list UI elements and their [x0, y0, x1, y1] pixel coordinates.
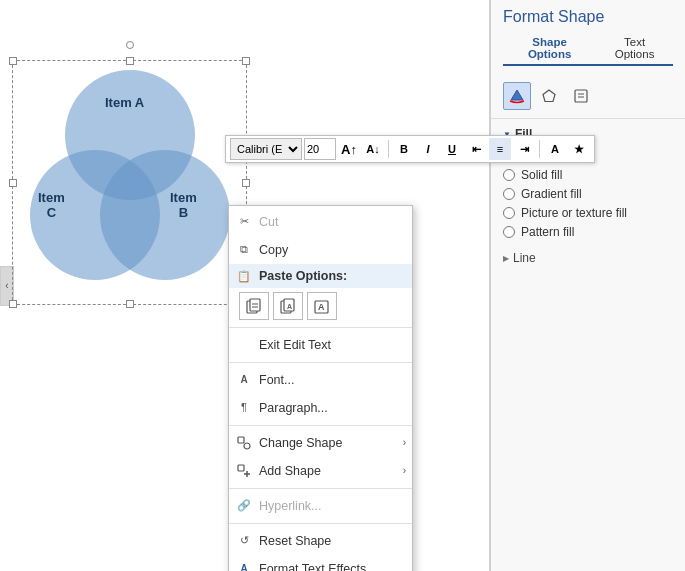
- separator-2: [539, 140, 540, 158]
- font-label: Font...: [259, 370, 294, 390]
- paste-btn-3[interactable]: A: [307, 292, 337, 320]
- bold-button[interactable]: B: [393, 138, 415, 160]
- venn-diagram: Item A Item B Item C: [20, 70, 240, 290]
- change-shape-arrow: ›: [403, 435, 406, 451]
- shrink-font-button[interactable]: A↓: [362, 138, 384, 160]
- picture-texture-fill-option[interactable]: Picture or texture fill: [503, 206, 673, 220]
- effects-icon-btn[interactable]: [535, 82, 563, 110]
- handle-top-mid[interactable]: [126, 57, 134, 65]
- canvas-area: ‹ Item A Item B Item C Calibri (E A↑ A↓ …: [0, 0, 490, 571]
- separator-1: [388, 140, 389, 158]
- separator-after-paste: [229, 327, 412, 328]
- line-section-title[interactable]: ▶ Line: [503, 251, 673, 265]
- separator-after-exit: [229, 362, 412, 363]
- paragraph-icon: ¶: [235, 399, 253, 417]
- svg-marker-18: [543, 90, 555, 102]
- svg-rect-19: [575, 90, 587, 102]
- handle-bot-mid[interactable]: [126, 300, 134, 308]
- tab-text-options[interactable]: Text Options: [596, 32, 673, 66]
- svg-rect-11: [238, 465, 244, 471]
- menu-item-reset-shape[interactable]: ↺ Reset Shape: [229, 527, 412, 555]
- picture-texture-fill-radio[interactable]: [503, 207, 515, 219]
- handle-mid-right[interactable]: [242, 179, 250, 187]
- menu-item-hyperlink[interactable]: 🔗 Hyperlink...: [229, 492, 412, 520]
- separator-before-hyperlink: [229, 488, 412, 489]
- change-shape-label: Change Shape: [259, 433, 342, 453]
- grow-font-button[interactable]: A↑: [338, 138, 360, 160]
- circle-c[interactable]: [30, 150, 160, 280]
- hyperlink-icon: 🔗: [235, 497, 253, 515]
- separator-before-shape: [229, 425, 412, 426]
- menu-item-change-shape[interactable]: Change Shape ›: [229, 429, 412, 457]
- italic-button[interactable]: I: [417, 138, 439, 160]
- line-label: Line: [513, 251, 536, 265]
- align-right-button[interactable]: ⇥: [513, 138, 535, 160]
- panel-header: Format Shape Shape Options Text Options: [491, 0, 685, 78]
- cut-label: Cut: [259, 212, 278, 232]
- svg-text:A: A: [287, 303, 292, 310]
- panel-title: Format Shape: [503, 8, 673, 26]
- pattern-fill-option[interactable]: Pattern fill: [503, 225, 673, 239]
- svg-point-10: [244, 443, 250, 449]
- gradient-fill-option[interactable]: Gradient fill: [503, 187, 673, 201]
- add-shape-label: Add Shape: [259, 461, 321, 481]
- panel-icon-row: [491, 78, 685, 119]
- reset-shape-icon: ↺: [235, 532, 253, 550]
- handle-mid-left[interactable]: [9, 179, 17, 187]
- handle-bot-left[interactable]: [9, 300, 17, 308]
- gradient-fill-label: Gradient fill: [521, 187, 582, 201]
- solid-fill-option[interactable]: Solid fill: [503, 168, 673, 182]
- font-select[interactable]: Calibri (E: [230, 138, 302, 160]
- floating-toolbar: Calibri (E A↑ A↓ B I U ⇤ ≡ ⇥ A ★: [225, 135, 595, 163]
- menu-item-font[interactable]: A Font...: [229, 366, 412, 394]
- handle-top-left[interactable]: [9, 57, 17, 65]
- copy-icon: ⧉: [235, 241, 253, 259]
- solid-fill-radio[interactable]: [503, 169, 515, 181]
- paste-btn-1[interactable]: [239, 292, 269, 320]
- paste-options-row: A A: [229, 288, 412, 324]
- format-text-effects-label: Format Text Effects...: [259, 559, 377, 571]
- solid-fill-label: Solid fill: [521, 168, 562, 182]
- menu-item-paragraph[interactable]: ¶ Paragraph...: [229, 394, 412, 422]
- menu-item-copy[interactable]: ⧉ Copy: [229, 236, 412, 264]
- hyperlink-label: Hyperlink...: [259, 496, 322, 516]
- gradient-fill-radio[interactable]: [503, 188, 515, 200]
- menu-item-exit-edit[interactable]: Exit Edit Text: [229, 331, 412, 359]
- align-center-button[interactable]: ≡: [489, 138, 511, 160]
- align-left-button[interactable]: ⇤: [465, 138, 487, 160]
- size-props-icon-btn[interactable]: [567, 82, 595, 110]
- reset-shape-label: Reset Shape: [259, 531, 331, 551]
- menu-item-format-text-effects[interactable]: A Format Text Effects...: [229, 555, 412, 571]
- format-painter-button[interactable]: ★: [568, 138, 590, 160]
- separator-before-reset: [229, 523, 412, 524]
- underline-button[interactable]: U: [441, 138, 463, 160]
- panel-body: ▼ Fill No fill Solid fill Gradient fill …: [491, 119, 685, 571]
- panel-tabs: Shape Options Text Options: [503, 32, 673, 66]
- font-size-input[interactable]: [304, 138, 336, 160]
- paste-options-header: 📋 Paste Options:: [229, 264, 412, 288]
- picture-texture-fill-label: Picture or texture fill: [521, 206, 627, 220]
- right-panel: Format Shape Shape Options Text Options: [490, 0, 685, 571]
- rotate-handle[interactable]: [126, 41, 134, 49]
- menu-item-add-shape[interactable]: Add Shape ›: [229, 457, 412, 485]
- line-section: ▶ Line: [503, 251, 673, 265]
- menu-item-cut[interactable]: ✂ Cut: [229, 208, 412, 236]
- text-effects-icon: A: [235, 560, 253, 571]
- fill-line-icon-btn[interactable]: [503, 82, 531, 110]
- copy-label: Copy: [259, 240, 288, 260]
- tab-shape-options[interactable]: Shape Options: [503, 32, 596, 66]
- change-shape-icon: [235, 434, 253, 452]
- pattern-fill-radio[interactable]: [503, 226, 515, 238]
- handle-top-right[interactable]: [242, 57, 250, 65]
- svg-text:A: A: [318, 302, 325, 312]
- paste-options-label: Paste Options:: [259, 269, 347, 283]
- add-shape-icon: [235, 462, 253, 480]
- pattern-fill-label: Pattern fill: [521, 225, 574, 239]
- svg-rect-9: [238, 437, 244, 443]
- add-shape-arrow: ›: [403, 463, 406, 479]
- exit-edit-label: Exit Edit Text: [259, 335, 331, 355]
- paste-btn-2[interactable]: A: [273, 292, 303, 320]
- text-color-button[interactable]: A: [544, 138, 566, 160]
- line-arrow-icon: ▶: [503, 254, 509, 263]
- font-icon: A: [235, 371, 253, 389]
